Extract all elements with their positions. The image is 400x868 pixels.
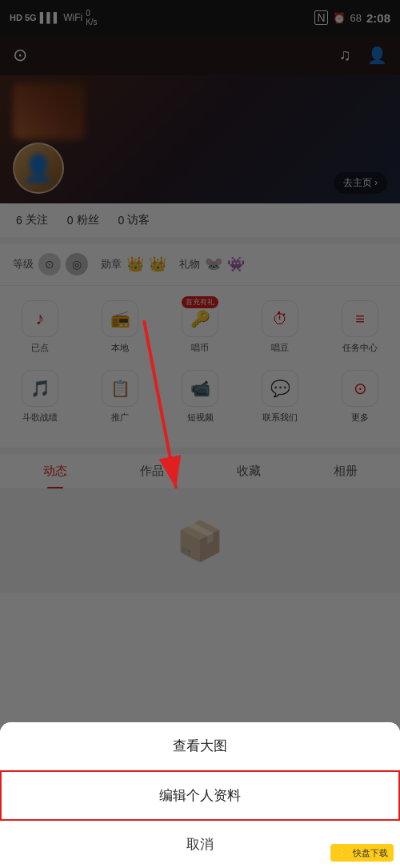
edit-profile-label: 编辑个人资料: [159, 788, 241, 803]
watermark: ⚡ 快盘下载: [330, 844, 394, 862]
edit-profile-button[interactable]: 编辑个人资料: [0, 770, 400, 821]
view-image-button[interactable]: 查看大图: [0, 722, 400, 770]
watermark-text: 快盘下载: [353, 847, 388, 859]
watermark-icon: ⚡: [336, 846, 350, 859]
cancel-label: 取消: [186, 837, 214, 852]
view-image-label: 查看大图: [173, 738, 227, 753]
